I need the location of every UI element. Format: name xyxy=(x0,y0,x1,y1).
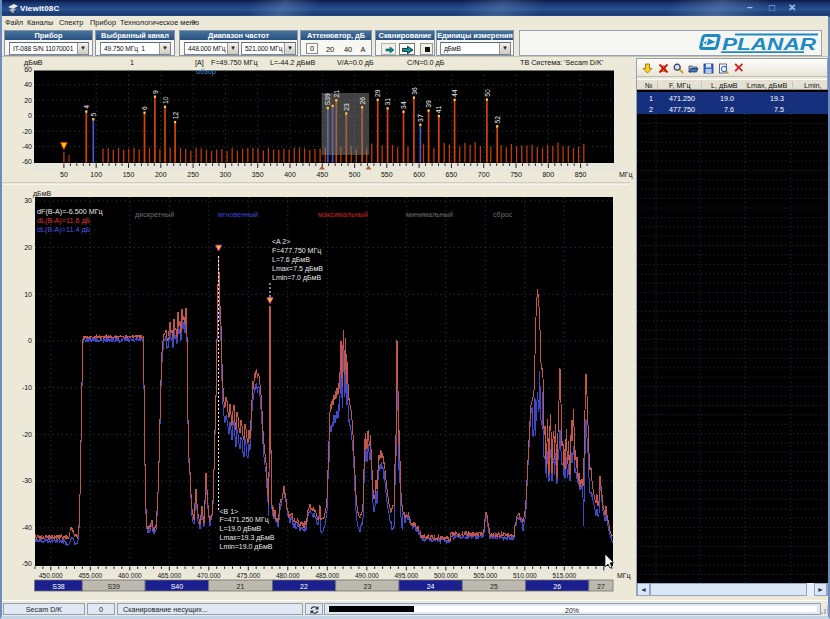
svg-text:V/A=0.0 дБ: V/A=0.0 дБ xyxy=(337,58,374,67)
svg-text:22: 22 xyxy=(300,583,308,590)
svg-text:19.3: 19.3 xyxy=(770,94,784,103)
svg-text:477.750: 477.750 xyxy=(669,105,695,114)
svg-text:34: 34 xyxy=(400,101,407,109)
svg-text:700: 700 xyxy=(478,171,490,178)
svg-text:480.000: 480.000 xyxy=(276,572,300,579)
svg-text:471.250: 471.250 xyxy=(669,94,695,103)
svg-text:800: 800 xyxy=(542,171,554,178)
svg-text:Lmin=7.0 дБмВ: Lmin=7.0 дБмВ xyxy=(272,274,321,282)
svg-text:26: 26 xyxy=(553,583,561,590)
svg-text:PLANAR: PLANAR xyxy=(722,35,816,53)
svg-text:L=-44.2 дБмВ: L=-44.2 дБмВ xyxy=(270,58,315,67)
svg-text:F=471.250 МГц: F=471.250 МГц xyxy=(220,516,269,524)
svg-text:-40: -40 xyxy=(22,524,32,531)
svg-text:<A 2>: <A 2> xyxy=(272,238,290,245)
svg-text:60: 60 xyxy=(24,66,32,73)
svg-text:[A]: [A] xyxy=(195,58,204,67)
svg-text:31: 31 xyxy=(384,98,391,106)
svg-text:сброс: сброс xyxy=(493,210,513,219)
svg-text:350: 350 xyxy=(252,171,264,178)
svg-text:29: 29 xyxy=(374,89,381,97)
svg-text:36: 36 xyxy=(411,87,418,95)
svg-text:F=49.750 МГц: F=49.750 МГц xyxy=(211,58,258,67)
svg-text:1: 1 xyxy=(649,94,653,103)
svg-text:515.000: 515.000 xyxy=(552,572,576,579)
svg-text:МГц: МГц xyxy=(619,171,633,179)
svg-text:510.000: 510.000 xyxy=(513,572,537,579)
svg-text:23: 23 xyxy=(364,583,372,590)
svg-text:20: 20 xyxy=(24,244,32,251)
svg-text:Lmin=19.0 дБмВ: Lmin=19.0 дБмВ xyxy=(220,543,273,551)
svg-text:465.000: 465.000 xyxy=(157,572,181,579)
svg-text:dL(B-A)=11.6 дБ: dL(B-A)=11.6 дБ xyxy=(37,216,91,225)
svg-text:21: 21 xyxy=(333,90,340,98)
svg-text:-40: -40 xyxy=(22,143,32,150)
svg-text:4: 4 xyxy=(83,105,90,109)
svg-text:23: 23 xyxy=(343,103,350,111)
svg-text:S39: S39 xyxy=(107,583,120,590)
svg-text:50: 50 xyxy=(484,89,491,97)
svg-text:дБмВ: дБмВ xyxy=(33,190,51,198)
svg-text:27: 27 xyxy=(597,583,605,590)
svg-text:7.6: 7.6 xyxy=(724,105,734,114)
svg-text:470.000: 470.000 xyxy=(197,572,221,579)
svg-text:-50: -50 xyxy=(22,560,32,567)
svg-text:-30: -30 xyxy=(22,477,32,484)
svg-text:485.000: 485.000 xyxy=(315,572,339,579)
svg-text:455.000: 455.000 xyxy=(78,572,102,579)
svg-text:750: 750 xyxy=(510,171,522,178)
svg-text:дискретный: дискретный xyxy=(135,210,174,219)
svg-text:150: 150 xyxy=(123,171,135,178)
svg-text:Lmax=19.3 дБмВ: Lmax=19.3 дБмВ xyxy=(220,534,275,542)
svg-text:12: 12 xyxy=(172,112,179,120)
svg-text:Lmax=7.5 дБмВ: Lmax=7.5 дБмВ xyxy=(272,265,323,273)
svg-text:10: 10 xyxy=(162,96,169,104)
svg-text:0: 0 xyxy=(28,337,32,344)
svg-text:500: 500 xyxy=(349,171,361,178)
svg-text:600: 600 xyxy=(413,171,425,178)
svg-text:dL(B-A)=11.4 дБ: dL(B-A)=11.4 дБ xyxy=(37,225,91,234)
svg-text:7.5: 7.5 xyxy=(774,105,784,114)
svg-text:505.000: 505.000 xyxy=(473,572,497,579)
svg-text:25: 25 xyxy=(490,583,498,590)
svg-text:500.000: 500.000 xyxy=(434,572,458,579)
svg-text:50: 50 xyxy=(60,171,68,178)
svg-text:МГц: МГц xyxy=(617,572,631,580)
svg-text:495.000: 495.000 xyxy=(394,572,418,579)
svg-text:41: 41 xyxy=(435,105,442,113)
svg-text:300: 300 xyxy=(220,171,232,178)
svg-text:250: 250 xyxy=(187,171,199,178)
svg-text:максимальный: максимальный xyxy=(318,210,368,219)
svg-text:-20: -20 xyxy=(22,431,32,438)
svg-text:30: 30 xyxy=(24,197,32,204)
svg-text:550: 550 xyxy=(381,171,393,178)
svg-text:<B 1>: <B 1> xyxy=(220,508,239,515)
svg-text:100: 100 xyxy=(90,171,102,178)
svg-text:39: 39 xyxy=(425,100,432,108)
svg-text:450.000: 450.000 xyxy=(39,572,63,579)
svg-text:S39: S39 xyxy=(324,93,331,105)
svg-text:минимальный: минимальный xyxy=(406,210,453,219)
svg-text:L=19.0 дБмВ: L=19.0 дБмВ xyxy=(220,525,262,533)
svg-text:-10: -10 xyxy=(22,384,32,391)
svg-text:-60: -60 xyxy=(22,158,32,165)
svg-text:9: 9 xyxy=(152,90,159,94)
svg-text:52: 52 xyxy=(494,116,501,124)
svg-text:dF(B-A)=-6.500 МГц: dF(B-A)=-6.500 МГц xyxy=(37,207,103,216)
svg-text:1: 1 xyxy=(130,58,134,67)
svg-text:44: 44 xyxy=(451,89,458,97)
svg-text:475.000: 475.000 xyxy=(236,572,260,579)
svg-text:850: 850 xyxy=(575,171,587,178)
svg-text:5: 5 xyxy=(90,113,97,117)
svg-text:200: 200 xyxy=(155,171,167,178)
svg-text:40: 40 xyxy=(24,81,32,88)
svg-text:24: 24 xyxy=(427,583,435,590)
svg-text:460.000: 460.000 xyxy=(118,572,142,579)
svg-text:обзор: обзор xyxy=(196,67,216,76)
svg-text:10: 10 xyxy=(24,291,32,298)
svg-text:-20: -20 xyxy=(22,128,32,135)
svg-text:S38: S38 xyxy=(52,583,65,590)
svg-text:F=477.750 МГц: F=477.750 МГц xyxy=(272,247,321,255)
svg-text:мгновенный: мгновенный xyxy=(218,210,258,219)
svg-text:S40: S40 xyxy=(171,583,184,590)
